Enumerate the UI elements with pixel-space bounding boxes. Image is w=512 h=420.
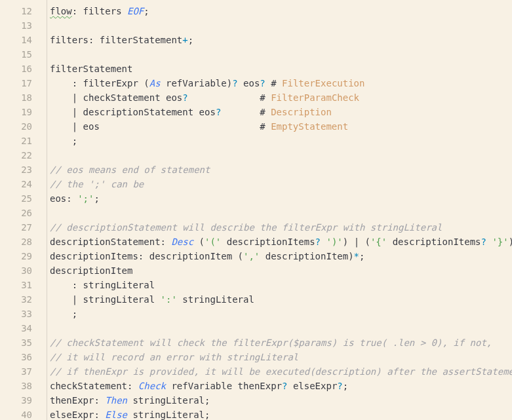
code-token: eos — [238, 78, 260, 88]
code-token: # — [221, 107, 271, 117]
line-number: 39 — [0, 393, 47, 408]
code-line[interactable]: filters: filterStatement+; — [50, 33, 512, 47]
code-line[interactable]: // descriptionStatement will describe th… — [50, 220, 512, 235]
line-number: 19 — [0, 105, 47, 119]
code-token: ; — [359, 251, 364, 261]
code-token: descriptionStatement: — [50, 237, 171, 247]
code-line[interactable]: | eos # EmptyStatement — [50, 119, 512, 134]
code-line[interactable] — [50, 321, 512, 335]
line-number: 25 — [0, 191, 47, 206]
code-token: // if thenExpr is provided, it will be e… — [50, 366, 512, 377]
line-number: 32 — [0, 292, 47, 307]
code-line[interactable]: checkStatement: Check refVariable thenEx… — [50, 379, 512, 393]
code-line[interactable]: // if thenExpr is provided, it will be e… — [50, 364, 512, 379]
line-number: 21 — [0, 134, 47, 148]
code-line[interactable] — [50, 206, 512, 220]
code-line[interactable]: : filterExpr (As refVariable)? eos? # Fi… — [50, 76, 512, 90]
line-number: 24 — [0, 177, 47, 191]
line-number: 38 — [0, 379, 47, 393]
code-token: stringLiteral — [177, 294, 254, 305]
code-token: descriptionItem — [50, 265, 132, 276]
code-line[interactable]: descriptionItems: descriptionItem (',' d… — [50, 249, 512, 263]
code-line[interactable]: // checkStatement will check the filterE… — [50, 335, 512, 350]
code-line[interactable]: descriptionStatement: Desc ('(' descript… — [50, 235, 512, 249]
code-token: ); — [509, 237, 512, 247]
code-token: // descriptionStatement will describe th… — [50, 222, 442, 233]
code-line[interactable]: | stringLiteral ':' stringLiteral — [50, 292, 512, 307]
code-token: // eos means end of statement — [50, 164, 210, 175]
code-token: // the ';' can be — [50, 179, 144, 189]
code-token: refVariable thenExpr — [166, 381, 282, 391]
code-line[interactable]: | descriptionStatement eos? # Descriptio… — [50, 105, 512, 119]
code-token: ? — [337, 381, 342, 391]
code-line[interactable]: eos: ';'; — [50, 191, 512, 206]
code-token: ':' — [161, 294, 177, 305]
line-number: 29 — [0, 249, 47, 263]
code-line[interactable]: elseExpr: Else stringLiteral; — [50, 408, 512, 420]
code-token: : — [72, 6, 77, 16]
line-number: 15 — [0, 47, 47, 62]
code-token: ; — [343, 381, 348, 391]
code-token: // checkStatement will check the filterE… — [50, 337, 492, 348]
code-line[interactable]: filterStatement — [50, 62, 512, 76]
code-token: thenExpr: — [50, 395, 105, 406]
code-line[interactable]: // it will record an error with stringLi… — [50, 350, 512, 364]
code-token: ( — [193, 237, 205, 247]
line-number: 14 — [0, 33, 47, 47]
code-line[interactable]: flow: filters EOF; — [50, 4, 512, 18]
code-token: descriptionItems — [387, 237, 481, 247]
code-token: + — [182, 35, 187, 45]
line-number: 37 — [0, 364, 47, 379]
line-number: 36 — [0, 350, 47, 364]
code-line[interactable]: // the ';' can be — [50, 177, 512, 191]
code-token: elseExpr — [287, 381, 337, 391]
line-number: 22 — [0, 148, 47, 162]
code-token: # — [266, 78, 282, 88]
code-token: | checkStatement eos — [50, 92, 182, 103]
code-line[interactable]: ; — [50, 307, 512, 321]
code-token: # — [188, 92, 271, 103]
code-token: stringLiteral; — [127, 410, 210, 420]
code-token: ? — [315, 237, 321, 247]
code-token: descriptionItems — [221, 237, 315, 247]
code-token: EOF — [127, 6, 144, 16]
code-token: : stringLiteral — [50, 280, 155, 290]
code-token: ; — [50, 136, 77, 146]
code-token: ',' — [243, 251, 260, 261]
code-token: ; — [50, 309, 77, 319]
code-token: EmptyStatement — [271, 121, 348, 132]
code-token: '}' — [492, 237, 508, 247]
line-number: 12 — [0, 4, 47, 18]
code-token: filters — [77, 6, 127, 16]
code-line[interactable]: ; — [50, 134, 512, 148]
line-number: 31 — [0, 278, 47, 292]
code-token: Else — [105, 410, 127, 420]
line-number-gutter: 1213141516171819202122232425262728293031… — [0, 0, 47, 420]
line-number: 34 — [0, 321, 47, 335]
code-token: descriptionItems: descriptionItem ( — [50, 251, 243, 261]
code-token: | stringLiteral — [50, 294, 161, 305]
line-number: 40 — [0, 408, 47, 420]
code-content-area[interactable]: flow: filters EOF; filters: filterStatem… — [47, 0, 512, 420]
code-line[interactable] — [50, 18, 512, 33]
code-line[interactable]: | checkStatement eos? # FilterParamCheck — [50, 90, 512, 105]
code-token: Then — [105, 395, 127, 406]
code-token: FilterExecution — [282, 78, 364, 88]
code-line[interactable] — [50, 148, 512, 162]
code-token: stringLiteral; — [127, 395, 210, 406]
code-token: Desc — [171, 237, 193, 247]
code-line[interactable] — [50, 47, 512, 62]
code-line[interactable]: // eos means end of statement — [50, 162, 512, 177]
line-number: 13 — [0, 18, 47, 33]
code-line[interactable]: : stringLiteral — [50, 278, 512, 292]
code-line[interactable]: descriptionItem — [50, 263, 512, 278]
code-line[interactable]: thenExpr: Then stringLiteral; — [50, 393, 512, 408]
line-number: 30 — [0, 263, 47, 278]
code-token: ')' — [326, 237, 342, 247]
code-token: ? — [182, 92, 187, 103]
code-token: ; — [144, 6, 149, 16]
code-token: descriptionItem) — [260, 251, 353, 261]
code-token: ; — [94, 193, 99, 204]
code-token: ? — [232, 78, 237, 88]
code-token: Description — [271, 107, 332, 117]
